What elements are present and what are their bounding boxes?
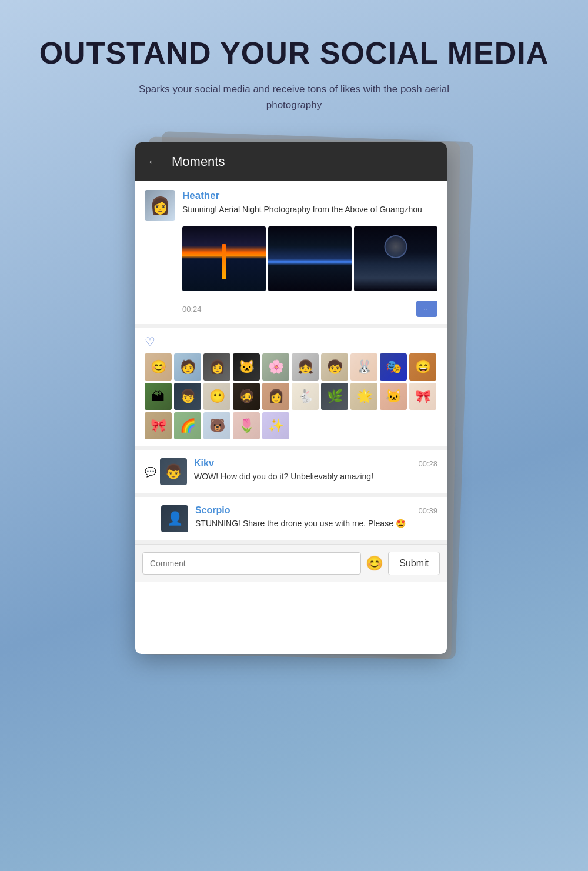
post-header: Heather Stunning! Aerial Night Photograp…: [145, 190, 437, 221]
like-avatar-14: [233, 383, 260, 410]
like-avatar-12: [174, 383, 201, 410]
like-avatar-22: [174, 412, 201, 439]
comment-card-scorpio: Scorpio 00:39 STUNNING! Share the drone …: [135, 497, 447, 540]
like-avatar-20: [409, 383, 436, 410]
comment-header: 💬 Kikv 00:28 WOW! How did you do it? Unb…: [145, 458, 437, 485]
likes-section: ♡: [135, 328, 447, 446]
scorpio-timestamp: 00:39: [418, 506, 437, 515]
header-title: Moments: [172, 154, 225, 169]
photo-thumb-sphere[interactable]: [354, 226, 437, 291]
photo-thumb-guangzhou[interactable]: [182, 226, 266, 291]
like-avatar-2: [174, 353, 201, 381]
like-avatar-24: [233, 412, 260, 439]
comment-header-scorpio: Scorpio 00:39 STUNNING! Share the drone …: [145, 505, 437, 532]
back-button[interactable]: ←: [147, 154, 160, 169]
post-text: Stunning! Aerial Night Photography from …: [182, 204, 437, 216]
comment-input[interactable]: [142, 552, 361, 575]
scorpio-name-row: Scorpio 00:39: [195, 505, 437, 516]
scorpio-meta: Scorpio 00:39 STUNNING! Share the drone …: [195, 505, 437, 530]
like-avatar-10: [409, 353, 436, 381]
content-area: Heather Stunning! Aerial Night Photograp…: [135, 181, 447, 582]
like-avatar-19: [380, 383, 407, 410]
like-avatar-25: [262, 412, 289, 439]
like-avatar-21: [145, 412, 172, 439]
like-avatar-9: [380, 353, 407, 381]
avatars-grid: [145, 353, 437, 439]
scorpio-name: Scorpio: [195, 505, 230, 516]
heart-icon: ♡: [145, 335, 155, 349]
like-avatar-1: [145, 353, 172, 381]
like-avatar-3: [203, 353, 230, 381]
avatar: [145, 190, 175, 221]
page-subtitle: Sparks your social media and receive ton…: [123, 81, 465, 113]
like-avatar-17: [321, 383, 348, 410]
scorpio-avatar: [161, 505, 188, 532]
page-title: OUTSTAND YOUR SOCIAL MEDIA: [39, 35, 549, 71]
mockup-container: ← Moments Heather Stunning! Aerial Night…: [135, 142, 453, 672]
kikv-timestamp: 00:28: [418, 459, 437, 468]
photo-grid: [182, 226, 437, 291]
submit-button[interactable]: Submit: [388, 552, 440, 575]
header-bar: ← Moments: [135, 142, 447, 181]
like-avatar-15: [262, 383, 289, 410]
post-timestamp: 00:24: [182, 305, 202, 313]
post-footer: 00:24 ···: [145, 297, 437, 317]
like-avatar-5: [262, 353, 289, 381]
kikv-name: Kikv: [194, 458, 214, 469]
kikv-avatar: [160, 458, 187, 485]
like-avatar-11: [145, 383, 172, 410]
post-meta: Heather Stunning! Aerial Night Photograp…: [182, 190, 437, 216]
like-avatar-8: [350, 353, 377, 381]
scorpio-text: STUNNING! Share the drone you use with m…: [195, 518, 437, 530]
comment-icon: 💬: [145, 466, 156, 478]
like-avatar-6: [292, 353, 319, 381]
more-button[interactable]: ···: [416, 301, 437, 317]
emoji-button[interactable]: 😊: [366, 555, 383, 572]
like-avatar-16: [292, 383, 319, 410]
like-avatar-4: [233, 353, 260, 381]
like-avatar-13: [203, 383, 230, 410]
kikv-text: WOW! How did you do it? Unbelievably ama…: [194, 471, 437, 483]
comment-meta: Kikv 00:28 WOW! How did you do it? Unbel…: [194, 458, 437, 483]
poster-name: Heather: [182, 190, 437, 202]
like-avatar-7: [321, 353, 348, 381]
like-avatar-18: [350, 383, 377, 410]
post-card: Heather Stunning! Aerial Night Photograp…: [135, 181, 447, 324]
like-avatar-23: [203, 412, 230, 439]
likes-header: ♡: [145, 335, 437, 349]
comment-name-row: Kikv 00:28: [194, 458, 437, 469]
phone-screen: ← Moments Heather Stunning! Aerial Night…: [135, 142, 447, 654]
comment-card-kikv: 💬 Kikv 00:28 WOW! How did you do it? Unb…: [135, 450, 447, 493]
comment-input-bar: 😊 Submit: [135, 544, 447, 582]
photo-thumb-bridge[interactable]: [268, 226, 352, 291]
